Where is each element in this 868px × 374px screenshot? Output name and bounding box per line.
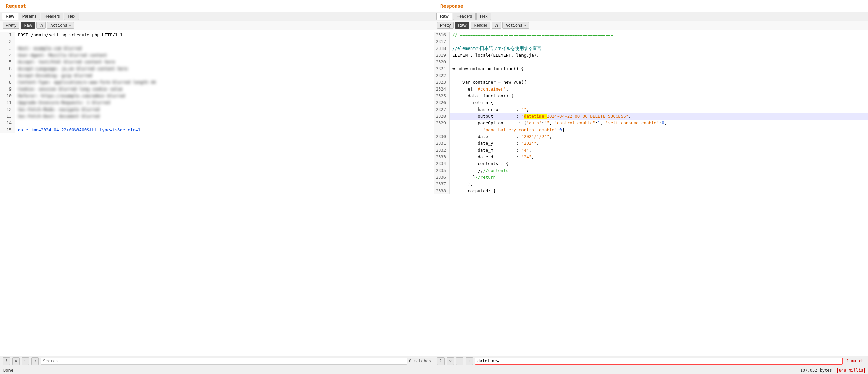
prev-match-response[interactable]: ← xyxy=(456,357,463,365)
table-row: 2325 data: function() { xyxy=(434,93,868,99)
pretty-btn-request[interactable]: Pretty xyxy=(3,22,19,29)
request-panel: Request Raw Params Headers Hex Pretty Ra… xyxy=(0,0,434,366)
table-row: 4 User-Agent: Mozilla blurred content xyxy=(0,52,434,59)
table-row: 2321 window.onload = function() { xyxy=(434,65,868,72)
match-count-request: 0 matches xyxy=(409,359,431,363)
actions-dropdown-request[interactable]: Actions xyxy=(47,22,74,29)
render-btn-response[interactable]: Render xyxy=(471,22,490,29)
table-row: "pana_battery_control_enable":0}, xyxy=(434,126,868,133)
tab-headers-response[interactable]: Headers xyxy=(453,13,476,20)
settings-icon-request[interactable]: ⚙ xyxy=(12,357,20,365)
table-row: 2316 // ================================… xyxy=(434,32,868,38)
next-match-request[interactable]: → xyxy=(31,357,39,365)
table-row: 2331 date_y : "2024", xyxy=(434,140,868,147)
table-row: 2332 date_m : "4", xyxy=(434,147,868,154)
tab-raw-response[interactable]: Raw xyxy=(436,13,452,20)
table-row: 7 Accept-Encoding: gzip blurred xyxy=(0,72,434,79)
table-row: 11 Upgrade-Insecure-Requests: 1 blurred xyxy=(0,99,434,106)
request-title: Request xyxy=(3,1,29,10)
table-row: 2326 return { xyxy=(434,99,868,106)
table-row: 9 Cookie: session blurred long cookie va… xyxy=(0,86,434,93)
table-row: 2327 has_error : "", xyxy=(434,106,868,113)
tab-headers-request[interactable]: Headers xyxy=(41,13,63,20)
raw-btn-request[interactable]: Raw xyxy=(21,22,35,29)
table-row-highlighted: 2328 output : "datetime=2024-04-22 00:00… xyxy=(434,113,868,120)
table-row: 8 Content-Type: application/x-www-form b… xyxy=(0,79,434,86)
table-row: 2333 date_d : "24", xyxy=(434,154,868,160)
response-bottom-bar: ? ⚙ ← → 1 match xyxy=(434,356,868,366)
response-tab-bar: Raw Headers Hex xyxy=(434,12,868,21)
response-header: Response xyxy=(434,0,868,12)
search-input-request[interactable] xyxy=(41,358,407,365)
table-row: 5 Accept: text/html blurred content here xyxy=(0,59,434,65)
help-icon-response[interactable]: ? xyxy=(437,357,445,365)
table-row: 2336 }//return xyxy=(434,174,868,181)
table-row: 13 Sec-Fetch-Dest: document blurred xyxy=(0,113,434,120)
table-row: 2330 date : "2024/4/24", xyxy=(434,133,868,140)
response-title: Response xyxy=(437,1,467,10)
millis-count: 848 millis xyxy=(837,368,865,373)
table-row: 15 datetime=2024-04-22+00%3A00&tbl_type=… xyxy=(0,126,434,133)
tab-params-request[interactable]: Params xyxy=(19,13,40,20)
table-row: 2337 }, xyxy=(434,181,868,188)
response-code-area[interactable]: 2316 // ================================… xyxy=(434,30,868,356)
request-code-content: 1 POST /admin/setting_schedule.php HTTP/… xyxy=(0,30,434,356)
table-row: 3 Host: example.com blurred xyxy=(0,45,434,52)
response-panel: Response Raw Headers Hex Pretty Raw Rend… xyxy=(434,0,868,366)
status-right: 107,052 bytes 848 millis xyxy=(800,368,865,373)
request-code-area[interactable]: 1 POST /admin/setting_schedule.php HTTP/… xyxy=(0,30,434,356)
tab-raw-request[interactable]: Raw xyxy=(2,13,18,20)
table-row: 2334 contents : { xyxy=(434,160,868,167)
table-row: 2323 var container = new Vue({ xyxy=(434,79,868,86)
table-row: 1 POST /admin/setting_schedule.php HTTP/… xyxy=(0,32,434,38)
newline-btn-response[interactable]: \n xyxy=(492,22,501,29)
match-count-response: 1 match xyxy=(845,358,865,364)
table-row: 2319 ELEMENT. locale(ELEMENT. lang.ja); xyxy=(434,52,868,59)
next-match-response[interactable]: → xyxy=(466,357,473,365)
pretty-btn-response[interactable]: Pretty xyxy=(437,22,454,29)
settings-icon-response[interactable]: ⚙ xyxy=(447,357,454,365)
status-done: Done xyxy=(3,368,13,373)
table-row: 6 Accept-Language: ja,en blurred content… xyxy=(0,65,434,72)
tab-hex-request[interactable]: Hex xyxy=(64,13,79,20)
request-action-bar: Pretty Raw \n Actions xyxy=(0,21,434,30)
search-input-response[interactable] xyxy=(475,358,843,365)
table-row: 14 xyxy=(0,120,434,126)
table-row: 2317 xyxy=(434,38,868,45)
tab-hex-response[interactable]: Hex xyxy=(476,13,491,20)
table-row: 2318 //elementの日本語ファイルを使用する宣言 xyxy=(434,45,868,52)
prev-match-request[interactable]: ← xyxy=(22,357,29,365)
table-row: 2338 computed: { xyxy=(434,188,868,194)
help-icon-request[interactable]: ? xyxy=(3,357,10,365)
table-row: 10 Referer: https://example.com/admin bl… xyxy=(0,93,434,99)
request-header: Request xyxy=(0,0,434,12)
table-row: 2 xyxy=(0,38,434,45)
table-row: 2322 xyxy=(434,72,868,79)
response-action-bar: Pretty Raw Render \n Actions xyxy=(434,21,868,30)
table-row: 2324 el:"#container", xyxy=(434,86,868,93)
bytes-count: 107,052 bytes xyxy=(800,368,832,373)
newline-btn-request[interactable]: \n xyxy=(36,22,46,29)
table-row: 2320 xyxy=(434,59,868,65)
table-row: 2329 pageOption : {"auth":"", "control_e… xyxy=(434,120,868,126)
status-bar: Done 107,052 bytes 848 millis xyxy=(0,366,868,374)
raw-btn-response[interactable]: Raw xyxy=(455,22,469,29)
request-tab-bar: Raw Params Headers Hex xyxy=(0,12,434,21)
response-code-content: 2316 // ================================… xyxy=(434,30,868,356)
table-row: 12 Sec-Fetch-Mode: navigate blurred xyxy=(0,106,434,113)
actions-dropdown-response[interactable]: Actions xyxy=(502,22,529,29)
table-row: 2335 },//contents xyxy=(434,167,868,174)
request-bottom-bar: ? ⚙ ← → 0 matches xyxy=(0,356,434,366)
